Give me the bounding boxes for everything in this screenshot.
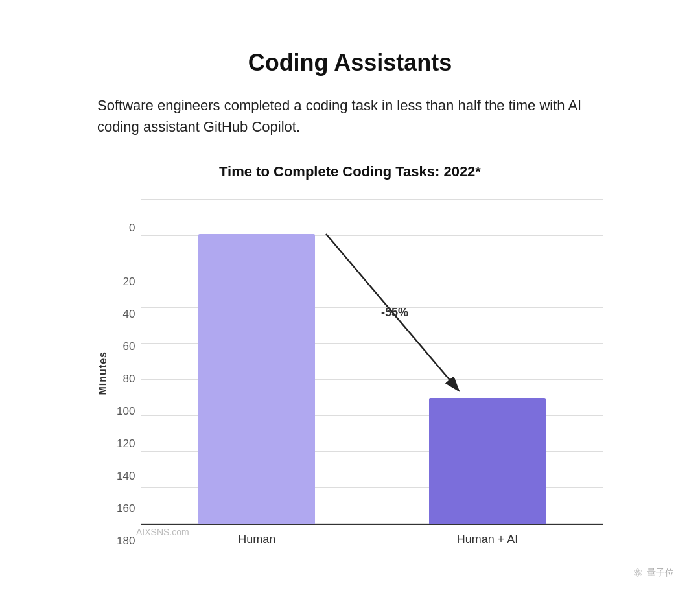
y-tick-120: 120 [117,417,135,449]
y-tick-160: 160 [117,482,135,514]
logo-watermark: ⚛ 量子位 [633,566,674,580]
y-ticks: 180 160 140 120 100 80 60 40 20 0 [117,222,135,546]
chart-area: Minutes 180 160 140 120 100 80 60 40 20 … [97,200,603,546]
bar-human [198,234,315,524]
y-axis-label: Minutes [97,351,109,395]
y-tick-0: 0 [117,222,135,255]
bar-group-ai [429,398,546,524]
chart-title: Time to Complete Coding Tasks: 2022* [97,163,603,180]
y-tick-80: 80 [117,352,135,384]
watermark-text: AIXSNS.com [97,527,603,537]
bars-container: -55% Human Human + AI [141,200,603,546]
y-tick-100: 100 [117,384,135,417]
chart-inner: 180 160 140 120 100 80 60 40 20 0 [117,200,603,546]
page-title: Coding Assistants [97,49,603,76]
y-tick-20: 20 [117,255,135,287]
card: Coding Assistants Software engineers com… [58,23,642,570]
description-text: Software engineers completed a coding ta… [97,95,603,137]
y-ticks-and-bars: 180 160 140 120 100 80 60 40 20 0 [117,200,603,546]
logo-icon: ⚛ [633,566,643,580]
bars-wrapper [141,200,603,524]
y-tick-40: 40 [117,287,135,320]
logo-text: 量子位 [647,567,674,579]
bar-group-human [198,234,315,524]
bars-area: -55% [141,200,603,524]
y-tick-60: 60 [117,320,135,352]
bar-ai [429,398,546,524]
y-tick-140: 140 [117,449,135,482]
